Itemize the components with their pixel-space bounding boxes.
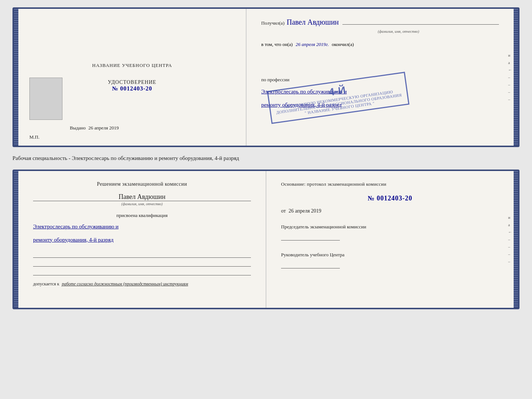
- top-certificate: НАЗВАНИЕ УЧЕБНОГО ЦЕНТРА УДОСТОВЕРЕНИЕ №…: [12, 7, 520, 147]
- qual-left-page: Решением экзаменационной комиссии Павел …: [18, 171, 266, 308]
- decision-title: Решением экзаменационной комиссии: [33, 181, 251, 187]
- sig-line-2: [33, 260, 251, 267]
- person-name: Павел Авдюшин: [33, 193, 251, 201]
- predsedatel-block: Председатель экзаменационной комиссии: [281, 224, 499, 241]
- vydano-date: 26 апреля 2019: [89, 125, 119, 131]
- person-block: Павел Авдюшин (фамилия, имя, отчество): [33, 193, 251, 206]
- predsedatel-sign-line: [281, 232, 340, 241]
- cert-right-page: Получил(a) Павел Авдюшин (фамилия, имя, …: [247, 9, 514, 146]
- qual-right-spine: [514, 171, 518, 308]
- dopusk-text: работе согласно должностным (производств…: [62, 281, 188, 286]
- photo-placeholder: [29, 78, 62, 120]
- ot-date: 26 апреля 2019: [288, 208, 321, 214]
- rukovoditel-title: Руководитель учебного Центра: [281, 252, 499, 258]
- predsedatel-title: Председатель экзаменационной комиссии: [281, 224, 499, 230]
- document-wrapper: НАЗВАНИЕ УЧЕБНОГО ЦЕНТРА УДОСТОВЕРЕНИЕ №…: [12, 7, 520, 309]
- rukovoditel-sign-line: [281, 260, 340, 268]
- fio-label-top: (фамилия, имя, отчество): [298, 29, 499, 33]
- dopuskaetsya-line: допускается к работе согласно должностны…: [33, 281, 251, 287]
- separator-text: Рабочая специальность - Электрослесарь п…: [12, 154, 520, 163]
- recipient-name: Павел Авдюшин: [287, 18, 339, 26]
- stamp-container: 4-й АВТОНОМНУЮ НЕКОММЕРЧЕСКУЮ ОРГАНИЗАЦИ…: [261, 52, 499, 58]
- side-marks-qual-right: и а ← – – – –: [508, 215, 512, 264]
- side-marks-right: и а ← – – – –: [508, 53, 512, 101]
- profession-line2: ремонту оборудования, 4-й разряд: [261, 100, 499, 109]
- left-spine: [14, 9, 18, 146]
- vtom-line: в том, что он(a) 26 апреля 2019г. окончи…: [261, 42, 499, 47]
- right-spine-top: [514, 9, 518, 146]
- osnov-number: № 0012403-20: [281, 195, 499, 202]
- sig-line-3: [33, 269, 251, 275]
- profession-line1: Электрослесарь по обслуживанию и: [261, 87, 499, 96]
- training-center-title: НАЗВАНИЕ УЧЕБНОГО ЦЕНТРА: [92, 63, 172, 68]
- qual-profession-line1: Электрослесарь по обслуживанию и: [33, 222, 251, 232]
- recipient-prefix: Получил(a): [261, 20, 284, 26]
- qual-left-spine: [14, 171, 18, 308]
- sig-line-1: [33, 251, 251, 258]
- rukovoditel-block: Руководитель учебного Центра: [281, 252, 499, 268]
- prisvoena-label: присвоена квалификация: [33, 213, 251, 218]
- osnov-date-line: от 26 апреля 2019: [281, 208, 499, 214]
- dopusk-prefix: допускается к: [33, 281, 59, 286]
- stamp-placeholder: [261, 52, 499, 58]
- vydano-prefix: Выдано: [70, 125, 86, 131]
- qual-right-page: Основание: протокол экзаменационной коми…: [266, 171, 514, 308]
- recipient-underline: [342, 24, 499, 25]
- vtom-prefix: в том, что он(a): [261, 42, 293, 47]
- po-professii-label: по профессии: [261, 77, 499, 83]
- udost-label: УДОСТОВЕРЕНИЕ: [108, 79, 156, 85]
- vydano-line: Выдано 26 апреля 2019: [70, 125, 119, 131]
- cert-left-page: НАЗВАНИЕ УЧЕБНОГО ЦЕНТРА УДОСТОВЕРЕНИЕ №…: [18, 9, 247, 146]
- recipient-line: Получил(a) Павел Авдюшин: [261, 18, 499, 26]
- fio-label-bottom: (фамилия, имя, отчество): [33, 201, 251, 206]
- udost-number: № 0012403-20: [108, 85, 156, 92]
- okonchill: окончил(а): [332, 42, 354, 47]
- vtom-date: 26 апреля 2019г.: [296, 42, 329, 47]
- osnov-title: Основание: протокол экзаменационной коми…: [281, 181, 499, 187]
- qualification-book: Решением экзаменационной комиссии Павел …: [12, 170, 520, 309]
- qual-profession-line2: ремонту оборудования, 4-й разряд: [33, 235, 251, 245]
- ot-prefix: от: [281, 208, 286, 214]
- mp-label: М.П.: [29, 134, 39, 140]
- signature-lines: [33, 251, 251, 275]
- udostoverenie-block: УДОСТОВЕРЕНИЕ № 0012403-20: [108, 79, 156, 92]
